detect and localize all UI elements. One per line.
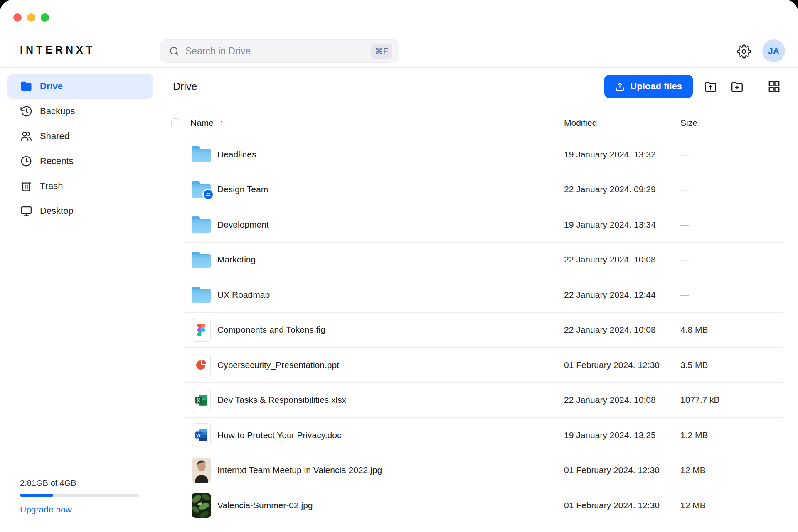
storage-progress-fill: [20, 494, 53, 497]
file-name: Design Team: [217, 184, 564, 194]
file-modified: 01 February 2024. 12:30: [564, 360, 680, 370]
file-modified: 22 January 2024. 10:08: [564, 395, 680, 405]
file-name: Development: [217, 220, 564, 230]
file-size: 3.5 MB: [680, 360, 783, 370]
sidebar-item-trash[interactable]: Trash: [7, 174, 153, 199]
column-header-name[interactable]: Name ↑: [190, 118, 564, 128]
table-row[interactable]: X Dev Tasks & Responsibilities.xlsx 22 J…: [184, 383, 783, 418]
file-name: Dev Tasks & Responsibilities.xlsx: [217, 395, 564, 405]
folder-icon: [192, 252, 211, 268]
file-modified: 01 February 2024. 12:30: [564, 465, 680, 475]
table-row[interactable]: Marketing 22 January 2024. 10:08 —: [184, 243, 783, 278]
file-size: 1077.7 kB: [680, 395, 783, 405]
sidebar-item-drive[interactable]: Drive: [7, 74, 153, 99]
shared-folder-icon: [192, 181, 211, 198]
monitor-icon: [20, 205, 32, 217]
gear-icon: [737, 44, 751, 59]
table-row[interactable]: Cybersecurity_Presentation.ppt 01 Februa…: [184, 348, 783, 383]
table-row[interactable]: Components and Tokens.fig 22 January 202…: [184, 313, 783, 348]
file-size: —: [680, 150, 783, 159]
powerpoint-file-icon: [192, 353, 211, 377]
sidebar-item-backups[interactable]: Backups: [7, 99, 153, 124]
minimize-window-button[interactable]: [27, 13, 35, 22]
trash-icon: [20, 180, 32, 192]
shared-badge: [202, 189, 214, 200]
create-folder-button[interactable]: [728, 77, 746, 96]
file-modified: 22 January 2024. 09:29: [564, 184, 680, 194]
upgrade-now-link[interactable]: Upgrade now: [20, 505, 72, 515]
storage-progress-bar: [20, 494, 139, 497]
search-shortcut-badge: ⌘F: [371, 44, 392, 59]
shared-users-icon: [205, 191, 212, 198]
file-size: 1.2 MB: [680, 430, 783, 440]
sidebar-item-recents[interactable]: Recents: [7, 149, 153, 174]
grid-view-button[interactable]: [765, 77, 783, 96]
sidebar-nav: Drive Backups Shared: [0, 68, 160, 223]
file-name: Deadlines: [217, 150, 564, 159]
select-all-checkbox[interactable]: [171, 118, 180, 127]
file-modified: 19 January 2024. 13:32: [564, 150, 680, 159]
file-modified: 19 January 2024. 13:25: [564, 430, 680, 440]
table-row[interactable]: UX Roadmap 22 January 2024. 12:44 —: [184, 277, 783, 313]
page-title: Drive: [173, 81, 197, 93]
excel-file-icon: X: [192, 388, 211, 412]
file-name: Internxt Team Meetup in Valencia 2022.jp…: [217, 465, 564, 475]
folder-plus-icon: [731, 80, 744, 93]
window-controls: [13, 13, 49, 22]
file-name: How to Protect Your Privacy.doc: [217, 430, 564, 440]
sidebar-item-desktop[interactable]: Desktop: [7, 199, 153, 223]
zoom-window-button[interactable]: [41, 13, 49, 22]
table-row[interactable]: Deadlines 19 January 2024. 13:32 —: [184, 137, 783, 172]
image-thumbnail-portrait: [192, 458, 211, 483]
sidebar-item-label: Shared: [40, 131, 69, 142]
file-list: Deadlines 19 January 2024. 13:32 —: [184, 137, 783, 523]
search-input[interactable]: [185, 46, 371, 57]
search-bar[interactable]: ⌘F: [160, 39, 399, 63]
main-content: Drive Upload files: [160, 68, 798, 532]
upload-files-label: Upload files: [630, 81, 682, 92]
users-icon: [20, 130, 32, 142]
clock-icon: [20, 155, 32, 167]
file-name: Valencia-Summer-02.jpg: [217, 500, 564, 510]
file-name: Components and Tokens.fig: [217, 325, 564, 335]
sort-ascending-icon: ↑: [219, 118, 224, 128]
top-bar: INTERNXT ⌘F JA: [0, 0, 798, 68]
sidebar-item-label: Drive: [40, 81, 63, 92]
file-modified: 22 January 2024. 10:08: [564, 255, 680, 265]
file-size: —: [680, 220, 783, 230]
table-row[interactable]: W How to Protect Your Privacy.doc 19 Jan…: [184, 418, 783, 453]
table-row[interactable]: Valencia-Summer-02.jpg 01 February 2024.…: [184, 488, 783, 523]
table-row[interactable]: Development 19 January 2024. 13:34 —: [184, 207, 783, 243]
upload-icon: [615, 82, 625, 91]
figma-file-icon: [192, 318, 211, 342]
user-avatar[interactable]: JA: [762, 39, 785, 62]
sidebar-item-label: Desktop: [40, 206, 74, 216]
settings-button[interactable]: [736, 43, 752, 60]
file-modified: 01 February 2024. 12:30: [564, 500, 680, 510]
file-modified: 22 January 2024. 10:08: [564, 325, 680, 335]
table-row[interactable]: Internxt Team Meetup in Valencia 2022.jp…: [184, 453, 783, 488]
file-size: —: [680, 184, 783, 194]
folder-icon: [192, 146, 211, 162]
file-size: 12 MB: [680, 465, 783, 475]
storage-usage-label: 2.81GB of 4GB: [20, 478, 139, 488]
close-window-button[interactable]: [13, 13, 22, 22]
column-header-modified[interactable]: Modified: [564, 118, 680, 128]
file-size: 4.8 MB: [680, 325, 783, 335]
sidebar-item-label: Backups: [40, 106, 75, 117]
sidebar-item-label: Trash: [40, 181, 63, 191]
upload-folder-button[interactable]: [701, 77, 719, 96]
column-header-size[interactable]: Size: [680, 118, 783, 128]
upload-files-button[interactable]: Upload files: [604, 75, 693, 98]
sidebar-item-shared[interactable]: Shared: [7, 124, 153, 149]
storage-widget: 2.81GB of 4GB Upgrade now: [20, 478, 139, 515]
file-size: —: [680, 290, 783, 300]
app-window: INTERNXT ⌘F JA Drive: [0, 0, 798, 532]
sidebar-item-label: Recents: [40, 156, 74, 167]
grid-view-icon: [768, 80, 781, 93]
header-divider: [756, 77, 756, 96]
file-name: UX Roadmap: [217, 290, 564, 300]
file-name: Marketing: [217, 255, 564, 265]
svg-text:X: X: [197, 397, 200, 403]
table-row[interactable]: Design Team 22 January 2024. 09:29 —: [184, 172, 783, 208]
